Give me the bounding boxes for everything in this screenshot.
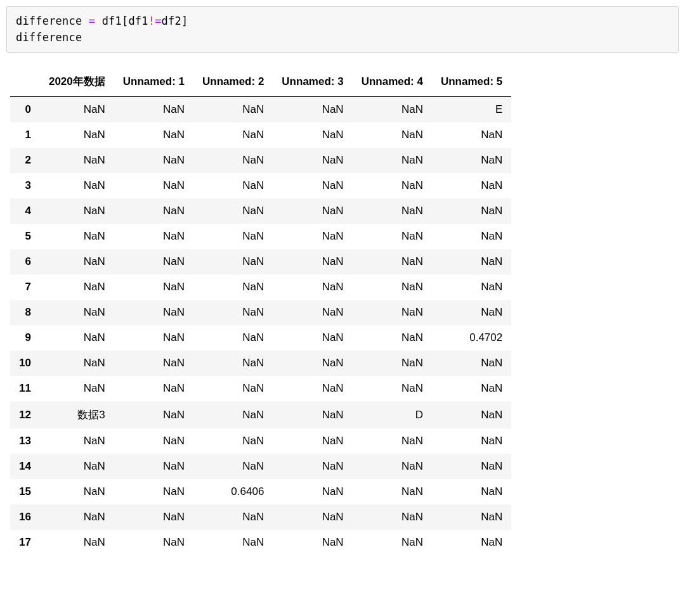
row-index: 1 — [10, 122, 40, 148]
table-row: 5NaNNaNNaNNaNNaNNaN — [10, 224, 511, 249]
code-token: difference — [16, 31, 82, 44]
cell: NaN — [193, 97, 273, 123]
cell: NaN — [193, 198, 273, 224]
cell: NaN — [273, 249, 352, 274]
cell: NaN — [114, 401, 193, 428]
code-token-bracket: [ — [122, 15, 128, 27]
table-row: 14NaNNaNNaNNaNNaNNaN — [10, 454, 511, 479]
cell: NaN — [193, 350, 273, 376]
cell: NaN — [114, 148, 193, 173]
code-token-operator: = — [82, 15, 101, 27]
cell: NaN — [193, 274, 273, 300]
row-index: 17 — [10, 530, 40, 555]
row-index: 4 — [10, 198, 40, 224]
cell: NaN — [40, 325, 114, 350]
row-index: 3 — [10, 173, 40, 198]
cell: NaN — [193, 504, 273, 530]
code-token: df1 — [102, 15, 122, 27]
column-header: Unnamed: 4 — [353, 68, 432, 97]
cell: D — [353, 401, 432, 428]
table-row: 9NaNNaNNaNNaNNaN0.4702 — [10, 325, 511, 350]
cell: NaN — [353, 530, 432, 555]
column-header: 2020年数据 — [40, 68, 114, 97]
table-row: 15NaNNaN0.6406NaNNaNNaN — [10, 479, 511, 504]
cell: NaN — [273, 325, 352, 350]
cell: NaN — [193, 224, 273, 249]
cell: NaN — [40, 428, 114, 454]
cell: NaN — [193, 454, 273, 479]
dataframe-corner — [10, 68, 40, 97]
cell: NaN — [114, 479, 193, 504]
cell: NaN — [432, 428, 511, 454]
cell: NaN — [353, 97, 432, 123]
dataframe-table: 2020年数据 Unnamed: 1 Unnamed: 2 Unnamed: 3… — [10, 68, 511, 555]
column-header: Unnamed: 1 — [114, 68, 193, 97]
cell: NaN — [193, 122, 273, 148]
table-row: 7NaNNaNNaNNaNNaNNaN — [10, 274, 511, 300]
cell: NaN — [193, 249, 273, 274]
table-row: 12数据3NaNNaNNaNDNaN — [10, 401, 511, 428]
cell: NaN — [432, 530, 511, 555]
column-header: Unnamed: 3 — [273, 68, 352, 97]
cell: NaN — [273, 148, 352, 173]
cell: NaN — [193, 530, 273, 555]
cell: NaN — [353, 224, 432, 249]
cell: NaN — [40, 122, 114, 148]
cell: NaN — [40, 198, 114, 224]
row-index: 9 — [10, 325, 40, 350]
cell: NaN — [273, 350, 352, 376]
cell: NaN — [432, 504, 511, 530]
cell: NaN — [193, 300, 273, 325]
cell: NaN — [432, 454, 511, 479]
cell: NaN — [353, 376, 432, 401]
table-row: 2NaNNaNNaNNaNNaNNaN — [10, 148, 511, 173]
cell: NaN — [114, 454, 193, 479]
cell: NaN — [273, 122, 352, 148]
cell: NaN — [353, 300, 432, 325]
cell: NaN — [40, 350, 114, 376]
code-token: df1 — [128, 15, 148, 27]
cell: NaN — [432, 122, 511, 148]
cell: NaN — [432, 224, 511, 249]
table-row: 4NaNNaNNaNNaNNaNNaN — [10, 198, 511, 224]
cell: NaN — [353, 173, 432, 198]
cell: NaN — [353, 428, 432, 454]
cell: NaN — [273, 479, 352, 504]
cell: NaN — [40, 504, 114, 530]
table-row: 16NaNNaNNaNNaNNaNNaN — [10, 504, 511, 530]
cell: NaN — [273, 428, 352, 454]
cell: NaN — [353, 198, 432, 224]
cell: NaN — [273, 274, 352, 300]
dataframe-header: 2020年数据 Unnamed: 1 Unnamed: 2 Unnamed: 3… — [10, 68, 511, 97]
cell: NaN — [40, 148, 114, 173]
code-token-operator: != — [148, 15, 162, 27]
cell: NaN — [193, 148, 273, 173]
cell: NaN — [273, 173, 352, 198]
cell: NaN — [40, 376, 114, 401]
cell: NaN — [273, 224, 352, 249]
table-row: 3NaNNaNNaNNaNNaNNaN — [10, 173, 511, 198]
row-index: 14 — [10, 454, 40, 479]
cell: NaN — [273, 198, 352, 224]
row-index: 5 — [10, 224, 40, 249]
cell: NaN — [432, 198, 511, 224]
cell: NaN — [193, 376, 273, 401]
cell: NaN — [114, 122, 193, 148]
row-index: 15 — [10, 479, 40, 504]
cell: NaN — [114, 300, 193, 325]
cell: NaN — [273, 300, 352, 325]
cell: NaN — [353, 454, 432, 479]
cell: NaN — [193, 325, 273, 350]
code-token-bracket: ] — [181, 15, 188, 27]
table-row: 11NaNNaNNaNNaNNaNNaN — [10, 376, 511, 401]
cell: NaN — [114, 350, 193, 376]
column-header: Unnamed: 2 — [193, 68, 273, 97]
cell: NaN — [432, 376, 511, 401]
cell: NaN — [353, 249, 432, 274]
cell: NaN — [40, 530, 114, 555]
table-row: 0NaNNaNNaNNaNNaNE — [10, 97, 511, 123]
table-row: 1NaNNaNNaNNaNNaNNaN — [10, 122, 511, 148]
row-index: 6 — [10, 249, 40, 274]
cell: NaN — [432, 350, 511, 376]
code-cell[interactable]: difference = df1[df1!=df2] difference — [6, 6, 679, 53]
